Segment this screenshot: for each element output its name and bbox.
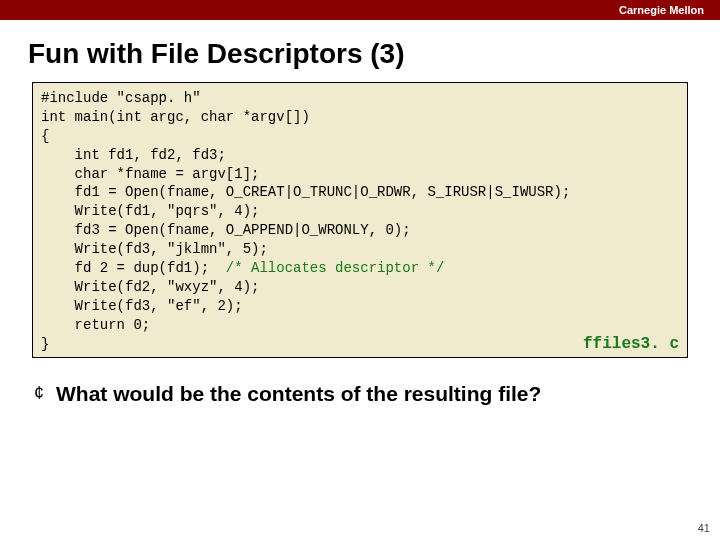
org-name: Carnegie Mellon [619,4,704,16]
code-comment: /* Allocates descriptor */ [226,260,444,276]
bullet-item: ¢ What would be the contents of the resu… [34,382,686,406]
code-pre1: #include "csapp. h" int main(int argc, c… [41,90,570,276]
code-pre2: Write(fd2, "wxyz", 4); Write(fd3, "ef", … [41,279,259,352]
code-box: #include "csapp. h" int main(int argc, c… [32,82,688,358]
code-content: #include "csapp. h" int main(int argc, c… [41,89,679,353]
slide: Carnegie Mellon Fun with File Descriptor… [0,0,720,540]
bullet-list: ¢ What would be the contents of the resu… [0,358,720,406]
top-bar: Carnegie Mellon [0,0,720,20]
bullet-marker: ¢ [34,382,56,405]
bullet-text: What would be the contents of the result… [56,382,541,406]
slide-title: Fun with File Descriptors (3) [0,20,720,82]
code-filestamp: ffiles3. c [583,335,679,353]
page-number: 41 [698,522,710,534]
